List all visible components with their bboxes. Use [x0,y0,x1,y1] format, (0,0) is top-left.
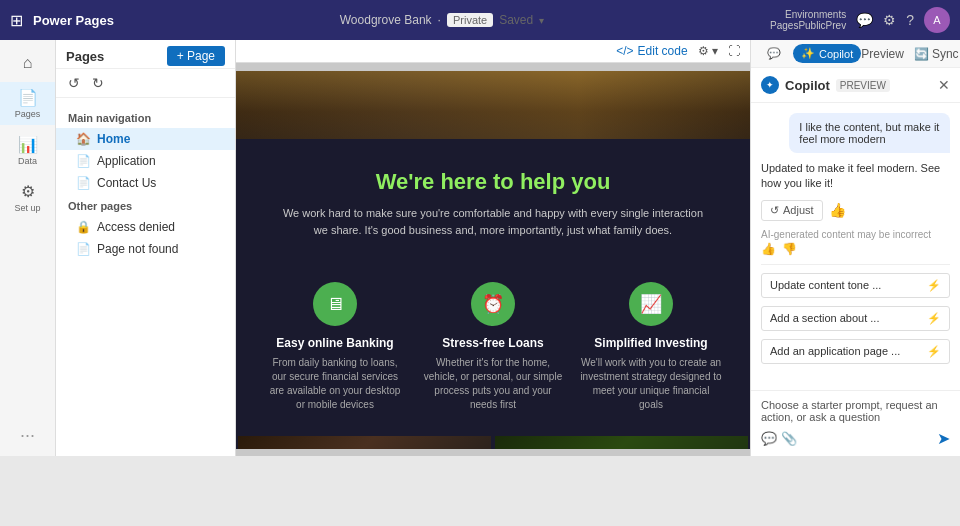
sidebar-more-icon[interactable]: ··· [20,425,35,446]
sidebar-item-data[interactable]: 📊 Data [0,129,55,172]
attachment-icon[interactable]: 📎 [781,431,797,446]
investing-title: Simplified Investing [580,336,722,350]
pages-panel: Pages + Page ↺ ↻ Main navigation 🏠 Home … [56,40,236,456]
chat-tab-icon: 💬 [767,47,781,60]
banking-desc: From daily banking to loans, our secure … [264,356,406,412]
home-page-icon: 🏠 [76,132,91,146]
tab-copilot[interactable]: ✨ Copilot [793,44,861,63]
adjust-icon: ↺ [770,204,779,217]
undo-button[interactable]: ↺ [64,73,84,93]
edit-code-icon: </> [616,44,633,58]
features-section: 🖥 Easy online Banking From daily banking… [236,262,750,436]
photo-left [238,436,491,449]
access-denied-icon: 🔒 [76,220,91,234]
preview-badge: PREVIEW [836,79,890,92]
hero-text: We work hard to make sure you're comfort… [276,205,710,238]
canvas-frame: We're here to help you We work hard to m… [236,71,750,449]
sidebar-item-setup[interactable]: ⚙ Set up [0,176,55,219]
avatar[interactable]: A [924,7,950,33]
settings-icon[interactable]: ⚙ [883,12,896,28]
contact-page-icon: 📄 [76,176,91,190]
add-page-button[interactable]: + Page [167,46,225,66]
hero-section: We're here to help you We work hard to m… [236,139,750,262]
bank-name: Woodgrove Bank [340,13,432,27]
nav-item-home-label: Home [97,132,130,146]
page-icon: 📄 [76,154,91,168]
copilot-footer: Choose a starter prompt, request an acti… [751,390,960,456]
thumbs-up-icon[interactable]: 👍 [761,242,776,256]
thumb-up-icon[interactable]: 👍 [829,202,846,218]
view-options-button[interactable]: ⚙ ▾ [698,44,718,58]
sidebar-item-home[interactable]: ⌂ [0,48,55,78]
setup-icon: ⚙ [21,182,35,201]
edit-code-button[interactable]: </> Edit code [616,44,687,58]
pages-label: Pages [15,109,41,119]
thumbs-down-icon[interactable]: 👎 [782,242,797,256]
tab-chat[interactable]: 💬 [759,44,789,63]
copilot-tabs: 💬 ✨ Copilot [759,44,861,63]
suggestion-update-content[interactable]: Update content tone ... ⚡ [761,273,950,298]
nav-item-application[interactable]: 📄 Application [56,150,235,172]
chat-icon[interactable]: 💬 [856,12,873,28]
copilot-icon: ✦ [761,76,779,94]
redo-button[interactable]: ↻ [88,73,108,93]
canvas-toolbar-right: </> Edit code ⚙ ▾ ⛶ [616,44,740,58]
copilot-close-button[interactable]: ✕ [938,77,950,93]
save-status: Saved [499,13,533,27]
nav-item-access-denied-label: Access denied [97,220,175,234]
suggestion-add-section[interactable]: Add a section about ... ⚡ [761,306,950,331]
left-sidebar: ⌂ 📄 Pages 📊 Data ⚙ Set up ··· [0,40,56,456]
feedback-actions: 👍 👎 [761,242,950,256]
pages-panel-inner: Main navigation 🏠 Home 📄 Application 📄 C… [56,98,235,268]
canvas-toolbar: </> Edit code ⚙ ▾ ⛶ [236,40,750,63]
investing-desc: We'll work with you to create an investm… [580,356,722,412]
env-info: Environments PagesPublicPrev [770,9,846,31]
nav-item-page-not-found[interactable]: 📄 Page not found [56,238,235,260]
feature-loans: ⏰ Stress-free Loans Whether it's for the… [422,282,564,412]
nav-item-access-denied[interactable]: 🔒 Access denied [56,216,235,238]
home-icon: ⌂ [23,54,33,72]
separator: · [438,13,441,27]
copilot-header-left: ✦ Copilot PREVIEW [761,76,890,94]
send-button[interactable]: ➤ [937,429,950,448]
loans-icon-circle: ⏰ [471,282,515,326]
copilot-tab-icon: ✨ [801,47,815,60]
waffle-icon[interactable]: ⊞ [10,11,23,30]
sync-icon: 🔄 [914,47,929,61]
adjust-button[interactable]: ↺ Adjust [761,200,823,221]
expand-button[interactable]: ⛶ [728,44,740,58]
photo-left-bg [238,436,491,449]
data-label: Data [18,156,37,166]
chat-input-icon[interactable]: 💬 [761,431,777,446]
top-bar-right: Environments PagesPublicPrev 💬 ⚙ ? A [770,7,950,33]
chevron-down-icon[interactable]: ▾ [539,15,544,26]
input-icons: 💬 📎 [761,431,797,446]
investing-icon-circle: 📈 [629,282,673,326]
page-not-found-icon: 📄 [76,242,91,256]
copilot-tab-label: Copilot [819,48,853,60]
input-row: 💬 📎 ➤ [761,429,950,448]
canvas-scroll-area[interactable]: We're here to help you We work hard to m… [236,63,750,449]
copilot-header: ✦ Copilot PREVIEW ✕ [751,68,960,103]
photo-right-bg [495,436,748,449]
hero-title: We're here to help you [276,169,710,195]
suggestion-add-page[interactable]: Add an application page ... ⚡ [761,339,950,364]
sidebar-item-pages[interactable]: 📄 Pages [0,82,55,125]
preview-button[interactable]: Preview [861,47,904,61]
banking-title: Easy online Banking [264,336,406,350]
help-icon[interactable]: ? [906,12,914,28]
copilot-body: I like the content, but make it feel mor… [751,103,960,390]
copilot-tab-bar: 💬 ✨ Copilot Preview 🔄 Sync [751,40,960,68]
nav-item-page-not-found-label: Page not found [97,242,178,256]
undo-redo-bar: ↺ ↻ [56,69,235,98]
suggestion-label-1: Update content tone ... [770,279,881,291]
nav-item-home[interactable]: 🏠 Home [56,128,235,150]
nav-item-contact[interactable]: 📄 Contact Us [56,172,235,194]
feature-banking: 🖥 Easy online Banking From daily banking… [264,282,406,412]
sync-button[interactable]: 🔄 Sync [914,47,959,61]
feedback-section: AI-generated content may be incorrect 👍 … [761,229,950,256]
top-bar: ⊞ Power Pages Woodgrove Bank · Private S… [0,0,960,40]
main-layout: ⌂ 📄 Pages 📊 Data ⚙ Set up ··· Pages + Pa… [0,40,960,456]
suggestion-label-2: Add a section about ... [770,312,879,324]
data-icon: 📊 [18,135,38,154]
